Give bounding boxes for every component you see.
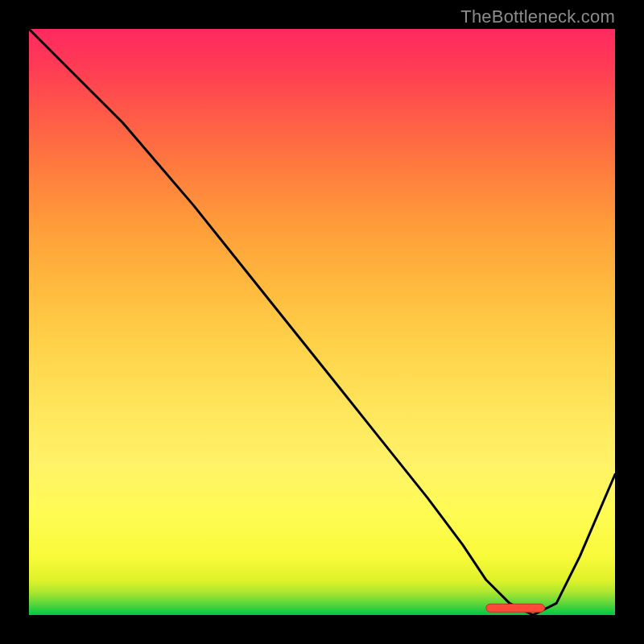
plot-area: [29, 29, 615, 615]
svg-rect-0: [486, 604, 545, 612]
chart-container: TheBottleneck.com: [0, 0, 644, 644]
watermark-text: TheBottleneck.com: [460, 6, 615, 27]
minimum-marker: [29, 29, 615, 615]
